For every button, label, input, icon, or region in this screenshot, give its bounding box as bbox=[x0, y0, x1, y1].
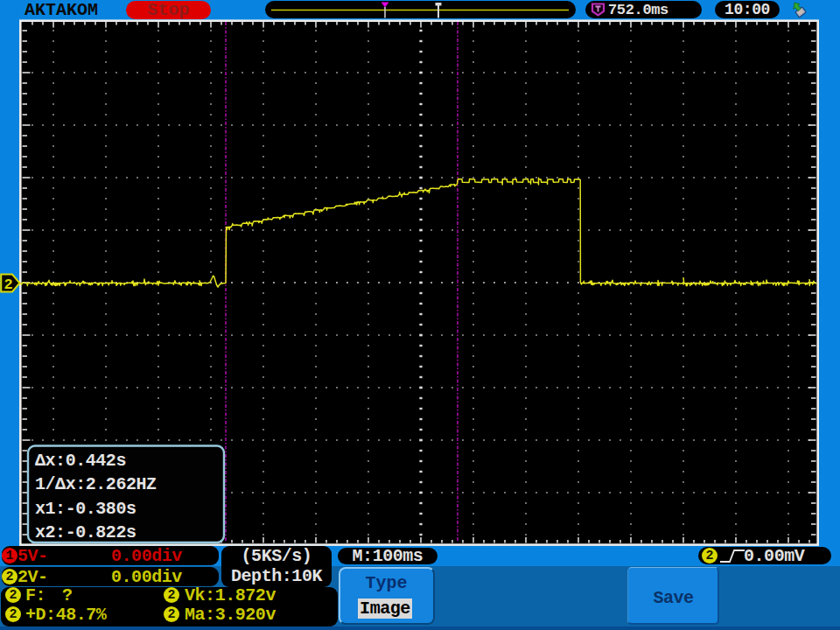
svg-text:2: 2 bbox=[4, 276, 13, 293]
svg-text:Δx:0.442s: Δx:0.442s bbox=[35, 451, 126, 471]
svg-text:1/Δx:2.262HZ: 1/Δx:2.262HZ bbox=[35, 474, 157, 494]
svg-text:x2:-0.822s: x2:-0.822s bbox=[35, 522, 136, 542]
svg-text:x1:-0.380s: x1:-0.380s bbox=[35, 499, 136, 519]
